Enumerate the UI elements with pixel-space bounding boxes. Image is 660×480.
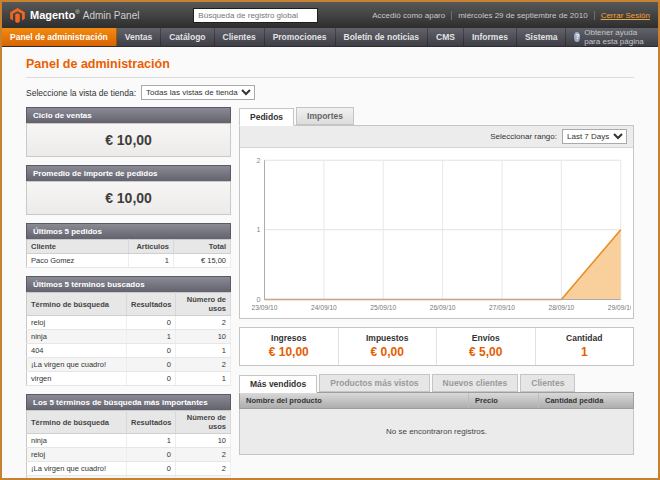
nav-item-ventas[interactable]: Ventas <box>117 28 161 46</box>
svg-text:29/09/10: 29/09/10 <box>608 304 631 311</box>
svg-text:28/09/10: 28/09/10 <box>548 304 574 311</box>
stat-label: Cantidad <box>536 333 634 343</box>
lifetime-sales-panel: Ciclo de ventas € 10,00 <box>26 107 231 157</box>
products-grid-header: Nombre del producto Precio Cantidad pedi… <box>239 392 634 409</box>
magento-logo-icon <box>10 8 25 23</box>
last-orders-title: Últimos 5 pedidos <box>26 223 231 239</box>
stat-envios: Envíos € 5,00 <box>436 328 535 365</box>
last-search-terms-table: Término de búsqueda Resultados Número de… <box>26 292 231 386</box>
tab-mas-vendidos[interactable]: Más vendidos <box>239 375 317 393</box>
svg-text:24/09/10: 24/09/10 <box>311 304 337 311</box>
average-orders-title: Promedio de importe de pedidos <box>26 165 231 181</box>
table-row[interactable]: reloj 0 2 <box>27 316 231 330</box>
col-termino: Término de búsqueda <box>27 411 127 434</box>
nav-item-clientes[interactable]: Clientes <box>215 28 265 46</box>
average-orders-panel: Promedio de importe de pedidos € 10,00 <box>26 165 231 215</box>
table-row[interactable]: 404 0 1 <box>27 344 231 358</box>
range-bar: Seleccionar rango: Last 7 Days <box>240 126 633 148</box>
stat-label: Envíos <box>437 333 535 343</box>
stat-label: Ingresos <box>240 333 338 343</box>
table-row[interactable]: ninja 1 10 <box>27 330 231 344</box>
stat-impuestos: Impuestos € 0,00 <box>338 328 437 365</box>
col-total: Total <box>173 240 230 254</box>
svg-text:25/09/10: 25/09/10 <box>370 304 396 311</box>
nav-item-informes[interactable]: Informes <box>464 28 517 46</box>
range-label: Seleccionar rango: <box>490 132 557 141</box>
col-precio[interactable]: Precio <box>468 393 538 408</box>
table-row[interactable]: reloj 0 2 <box>27 448 231 462</box>
cell-articulos: 1 <box>129 254 174 268</box>
table-row[interactable]: 404 0 1 <box>27 476 231 479</box>
top-search-terms-title: Los 5 términos de búsqueda más important… <box>26 394 231 410</box>
separator <box>594 11 595 20</box>
stat-cantidad: Cantidad 1 <box>535 328 634 365</box>
table-row[interactable]: virgen 0 1 <box>27 372 231 386</box>
col-usos: Número de usos <box>175 293 230 316</box>
tab-productos-mas-vistos[interactable]: Productos más vistos <box>319 374 429 392</box>
nav-item-cms[interactable]: CMS <box>428 28 464 46</box>
help-icon: ? <box>574 32 580 42</box>
store-view-row: Seleccione la vista de tienda: Todas las… <box>26 85 634 100</box>
products-grid-empty: No se encontraron registros. <box>239 409 634 455</box>
totals-bar: Ingresos € 10,00 Impuestos € 0,00 Envíos… <box>239 327 634 366</box>
svg-text:2: 2 <box>256 157 260 165</box>
magento-logo: Magento® Admin Panel <box>10 8 139 23</box>
orders-chart: 01223/09/1024/09/1025/09/1026/09/1027/09… <box>240 148 633 318</box>
table-row[interactable]: Paco Gomez 1 € 15,00 <box>27 254 231 268</box>
orders-chart-panel: Seleccionar rango: Last 7 Days 01223/09/… <box>239 125 634 319</box>
last-search-terms-title: Últimos 5 términos buscados <box>26 276 231 292</box>
lifetime-sales-value: € 10,00 <box>26 123 231 157</box>
table-header-row: Término de búsqueda Resultados Número de… <box>27 293 231 316</box>
svg-text:1: 1 <box>256 226 260 234</box>
last-orders-panel: Últimos 5 pedidos Cliente Artículos Tota… <box>26 223 231 268</box>
col-nombre-producto[interactable]: Nombre del producto <box>240 393 468 408</box>
last-search-terms-panel: Últimos 5 términos buscados Término de b… <box>26 276 231 386</box>
svg-text:23/09/10: 23/09/10 <box>252 304 278 311</box>
nav-item-dashboard[interactable]: Panel de administración <box>2 28 117 46</box>
logout-link[interactable]: Cerrar Sesión <box>601 11 650 20</box>
nav-item-boletin[interactable]: Boletín de noticias <box>336 28 429 46</box>
table-row[interactable]: ¡La virgen que cuadro! 0 2 <box>27 462 231 476</box>
tab-nuevos-clientes[interactable]: Nuevos clientes <box>432 374 519 392</box>
nav-item-catalogo[interactable]: Catálogo <box>161 28 214 46</box>
lifetime-sales-title: Ciclo de ventas <box>26 107 231 123</box>
col-articulos: Artículos <box>129 240 174 254</box>
table-row[interactable]: ¡La virgen que cuadro! 0 2 <box>27 358 231 372</box>
help-label: Obtener ayuda para esta página <box>584 28 650 46</box>
top-search-terms-table: Término de búsqueda Resultados Número de… <box>26 410 231 478</box>
header-date: miércoles 29 de septiembre de 2010 <box>458 11 587 20</box>
global-search-input[interactable] <box>193 8 318 23</box>
logo-brand: Magento <box>30 9 75 21</box>
nav-item-promociones[interactable]: Promociones <box>265 28 336 46</box>
cell-total: € 15,00 <box>173 254 230 268</box>
tab-pedidos[interactable]: Pedidos <box>239 108 294 126</box>
last-orders-table: Cliente Artículos Total Paco Gomez 1 € 1… <box>26 239 231 268</box>
svg-text:26/09/10: 26/09/10 <box>430 304 456 311</box>
range-select[interactable]: Last 7 Days <box>562 129 627 144</box>
nav-item-sistema[interactable]: Sistema <box>517 28 567 46</box>
logo-trademark: ® <box>75 9 79 15</box>
tab-clientes[interactable]: Clientes <box>520 374 575 392</box>
stat-value: € 0,00 <box>339 345 437 359</box>
top-header: Magento® Admin Panel Accedió como aparo … <box>2 2 658 28</box>
table-header-row: Cliente Artículos Total <box>27 240 231 254</box>
col-cantidad-pedida[interactable]: Cantidad pedida <box>538 393 633 408</box>
table-header-row: Término de búsqueda Resultados Número de… <box>27 411 231 434</box>
table-row[interactable]: ninja 1 10 <box>27 434 231 448</box>
separator <box>451 11 452 20</box>
magento-admin-page: Magento® Admin Panel Accedió como aparo … <box>0 0 660 480</box>
col-termino: Término de búsqueda <box>27 293 127 316</box>
logged-in-text: Accedió como aparo <box>372 11 445 20</box>
session-info: Accedió como aparo miércoles 29 de septi… <box>372 11 650 20</box>
help-link[interactable]: ? Obtener ayuda para esta página <box>566 28 658 46</box>
page-title: Panel de administración <box>26 53 634 78</box>
stat-label: Impuestos <box>339 333 437 343</box>
store-view-select[interactable]: Todas las vistas de tienda <box>141 85 255 100</box>
top-search-terms-panel: Los 5 términos de búsqueda más important… <box>26 394 231 478</box>
stat-value: € 10,00 <box>240 345 338 359</box>
tab-importes[interactable]: Importes <box>296 107 354 125</box>
grid-tabs: Más vendidos Productos más vistos Nuevos… <box>239 374 634 392</box>
dashboard-content: Panel de administración Seleccione la vi… <box>2 47 658 478</box>
logo-text: Magento® Admin Panel <box>30 9 139 21</box>
svg-text:27/09/10: 27/09/10 <box>489 304 515 311</box>
